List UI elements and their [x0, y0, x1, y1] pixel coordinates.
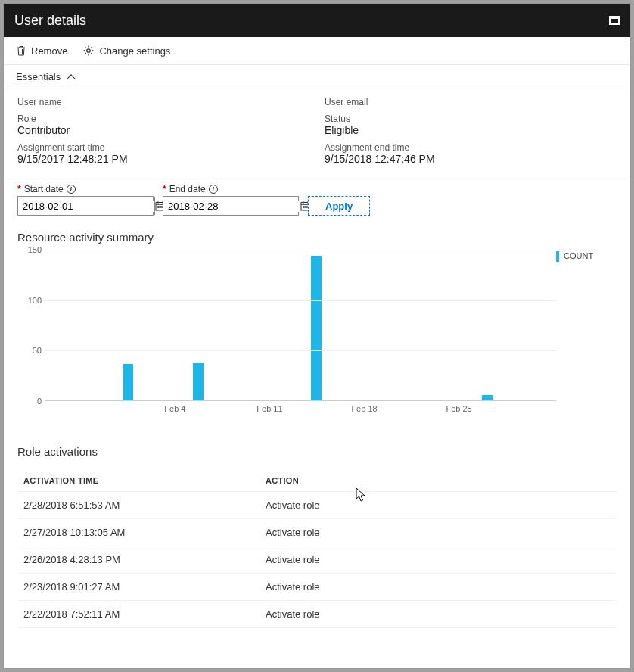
- assignment-start-value: 9/15/2017 12:48:21 PM: [17, 153, 309, 165]
- essentials-panel: User name User email Role Contributor St…: [4, 89, 630, 176]
- col-action: ACTION: [266, 476, 611, 485]
- cell-action: Activate role: [266, 499, 611, 511]
- user-details-blade: User details Remove Change settings Esse…: [3, 3, 631, 669]
- maximize-icon[interactable]: [609, 16, 620, 25]
- legend-swatch: [556, 251, 559, 262]
- end-date-group: * End date i: [163, 184, 299, 216]
- gear-icon: [82, 45, 95, 57]
- role-label: Role: [17, 114, 309, 124]
- y-tick: 50: [33, 346, 42, 355]
- gridline: [45, 350, 556, 351]
- role-value: Contributor: [17, 124, 309, 136]
- chart-bars: [45, 250, 556, 400]
- end-date-text: End date: [169, 184, 206, 194]
- chart-bar[interactable]: [311, 256, 322, 400]
- change-settings-label: Change settings: [99, 45, 170, 57]
- x-tick: Feb 4: [164, 404, 185, 413]
- activity-title: Resource activity summary: [4, 228, 630, 250]
- x-tick: Feb 18: [351, 404, 377, 413]
- status-label: Status: [325, 114, 617, 124]
- assignment-end-value: 9/15/2018 12:47:46 PM: [325, 153, 617, 165]
- chart-bar[interactable]: [123, 364, 133, 400]
- table-row[interactable]: 2/22/2018 7:52:11 AMActivate role: [17, 601, 617, 628]
- required-mark: *: [17, 184, 21, 194]
- chart-bar[interactable]: [193, 363, 204, 400]
- cell-action: Activate role: [266, 581, 611, 593]
- remove-button[interactable]: Remove: [16, 45, 67, 57]
- activity-chart: 050100150 Feb 4Feb 11Feb 18Feb 25 COUNT: [4, 250, 630, 431]
- status-value: Eligible: [325, 124, 617, 136]
- y-axis: 050100150: [17, 250, 43, 401]
- svg-point-0: [87, 49, 90, 52]
- cell-action: Activate role: [266, 608, 611, 620]
- chart-legend: COUNT: [556, 250, 617, 424]
- x-axis: Feb 4Feb 11Feb 18Feb 25: [45, 404, 556, 419]
- cell-activation-time: 2/26/2018 4:28:13 PM: [23, 554, 266, 565]
- end-date-input-wrap: [163, 196, 299, 216]
- gridline: [45, 250, 556, 250]
- useremail-label: User email: [325, 97, 617, 107]
- col-activation-time: ACTIVATION TIME: [23, 476, 266, 485]
- cell-activation-time: 2/23/2018 9:01:27 AM: [23, 581, 266, 593]
- essentials-toggle[interactable]: Essentials: [4, 65, 630, 89]
- table-header: ACTIVATION TIME ACTION: [17, 470, 617, 492]
- info-icon[interactable]: i: [67, 185, 76, 194]
- trash-icon: [16, 45, 26, 56]
- table-row[interactable]: 2/27/2018 10:13:05 AMActivate role: [17, 519, 617, 546]
- username-label: User name: [17, 97, 309, 107]
- info-icon[interactable]: i: [209, 185, 218, 194]
- assignment-end-field: Assignment end time 9/15/2018 12:47:46 P…: [325, 142, 617, 165]
- cell-action: Activate role: [266, 554, 611, 565]
- role-field: Role Contributor: [17, 114, 309, 136]
- end-date-label: * End date i: [163, 184, 299, 194]
- legend-label: COUNT: [564, 251, 593, 260]
- change-settings-button[interactable]: Change settings: [82, 45, 170, 57]
- date-filter-row: * Start date i * End date i: [4, 176, 630, 228]
- cell-activation-time: 2/28/2018 6:51:53 AM: [23, 499, 266, 511]
- gridline: [45, 300, 556, 301]
- assignment-start-label: Assignment start time: [17, 142, 309, 153]
- toolbar: Remove Change settings: [4, 37, 630, 65]
- x-tick: Feb 25: [446, 404, 471, 413]
- start-date-text: Start date: [24, 184, 64, 194]
- role-activations-section: Role activations ACTIVATION TIME ACTION …: [4, 431, 630, 628]
- chart-grid: [45, 250, 556, 401]
- cell-action: Activate role: [266, 527, 611, 538]
- chart-plot: 050100150 Feb 4Feb 11Feb 18Feb 25: [17, 250, 556, 424]
- role-activations-table: ACTIVATION TIME ACTION 2/28/2018 6:51:53…: [17, 470, 617, 628]
- start-date-group: * Start date i: [17, 184, 154, 216]
- y-tick: 0: [37, 397, 42, 406]
- assignment-start-field: Assignment start time 9/15/2017 12:48:21…: [17, 142, 309, 165]
- table-row[interactable]: 2/26/2018 4:28:13 PMActivate role: [17, 546, 617, 574]
- apply-button[interactable]: Apply: [308, 196, 370, 216]
- end-date-input[interactable]: [163, 201, 300, 212]
- titlebar: User details: [4, 4, 630, 37]
- essentials-label: Essentials: [16, 71, 61, 82]
- x-tick: Feb 11: [256, 404, 282, 413]
- start-date-input[interactable]: [18, 201, 154, 212]
- role-activations-title: Role activations: [17, 445, 617, 458]
- username-field: User name: [17, 97, 309, 107]
- table-row[interactable]: 2/28/2018 6:51:53 AMActivate role: [17, 492, 617, 519]
- table-body: 2/28/2018 6:51:53 AMActivate role2/27/20…: [17, 492, 617, 628]
- chevron-up-icon: [67, 74, 76, 82]
- start-date-input-wrap: [17, 196, 154, 216]
- chart-bar[interactable]: [482, 395, 493, 400]
- required-mark: *: [163, 184, 166, 194]
- status-field: Status Eligible: [325, 114, 617, 136]
- table-row[interactable]: 2/23/2018 9:01:27 AMActivate role: [17, 574, 617, 601]
- start-date-label: * Start date i: [17, 184, 154, 194]
- useremail-field: User email: [325, 97, 617, 107]
- assignment-end-label: Assignment end time: [325, 142, 617, 153]
- remove-label: Remove: [31, 45, 67, 57]
- cell-activation-time: 2/22/2018 7:52:11 AM: [23, 608, 266, 620]
- y-tick: 100: [28, 296, 42, 305]
- y-tick: 150: [28, 245, 42, 254]
- cell-activation-time: 2/27/2018 10:13:05 AM: [23, 527, 266, 538]
- blade-title: User details: [14, 13, 86, 29]
